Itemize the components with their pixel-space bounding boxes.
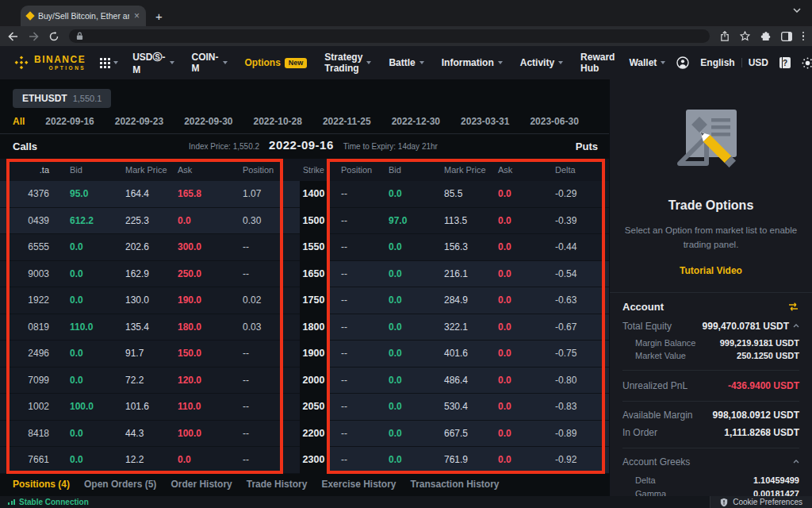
put-ask[interactable]: 0.0 [498, 421, 553, 448]
call-ask[interactable]: 120.0 [178, 368, 243, 394]
binance-options-logo[interactable]: BINANCE OPTIONS [13, 54, 86, 71]
call-ask[interactable]: 180.0 [178, 314, 243, 341]
symbol-selector[interactable]: ETHUSDT 1,550.1 [13, 89, 111, 108]
call-bid[interactable]: 0.0 [49, 261, 125, 288]
address-bar[interactable] [69, 29, 710, 43]
chevron-up-icon[interactable] [793, 460, 799, 464]
currency-selector[interactable]: USD [749, 57, 768, 68]
option-chain-row[interactable]: 9003 0.0 162.9 250.0 -- 1650 -- 0.0 216.… [0, 261, 609, 288]
call-bid[interactable]: 0.0 [49, 447, 125, 474]
reload-icon[interactable] [49, 32, 59, 41]
call-ask[interactable]: 250.0 [178, 261, 243, 288]
tutorial-video-link[interactable]: Tutorial Video [610, 265, 812, 276]
browser-menu-icon[interactable] [802, 32, 805, 41]
put-ask[interactable]: 0.0 [498, 234, 553, 261]
user-profile-icon[interactable] [676, 56, 689, 69]
call-ask[interactable]: 0.0 [178, 208, 243, 235]
language-selector[interactable]: English [700, 57, 734, 68]
orders-tab[interactable]: Exercise History [321, 479, 396, 490]
option-chain-row[interactable]: 7099 0.0 72.2 120.0 -- 2000 -- 0.0 486.4… [0, 368, 609, 394]
expiry-tab[interactable]: 2022-09-23 [115, 116, 163, 133]
call-bid[interactable]: 0.0 [49, 368, 125, 394]
expiry-tab[interactable]: 2022-11-25 [323, 116, 371, 133]
nav-menu-item[interactable]: Activity [520, 57, 563, 68]
chevron-up-icon[interactable] [793, 324, 799, 328]
put-bid[interactable]: 0.0 [375, 261, 423, 288]
support-icon[interactable] [779, 57, 791, 68]
put-ask[interactable]: 0.0 [498, 181, 553, 208]
bookmark-star-icon[interactable] [740, 31, 750, 41]
call-bid[interactable]: 110.0 [49, 314, 125, 341]
expiry-tab[interactable]: 2022-09-16 [45, 116, 94, 133]
put-ask[interactable]: 0.0 [498, 261, 553, 288]
browser-tab[interactable]: Buy/Sell Bitcoin, Ether and Alts × [21, 6, 146, 26]
nav-menu-item[interactable]: USDⓈ-M [132, 51, 174, 75]
option-chain-row[interactable]: 1002 100.0 101.6 110.0 -- 2050 -- 0.0 53… [0, 394, 609, 421]
nav-menu-item[interactable]: Reward Hub [580, 52, 615, 74]
nav-menu-item[interactable]: Strategy Trading [324, 52, 371, 74]
put-bid[interactable]: 0.0 [375, 287, 423, 314]
put-ask[interactable]: 0.0 [498, 287, 553, 314]
forward-icon[interactable] [29, 32, 39, 41]
put-bid[interactable]: 97.0 [375, 208, 423, 235]
put-ask[interactable]: 0.0 [498, 341, 553, 368]
side-panel-icon[interactable] [781, 32, 792, 41]
call-ask[interactable]: 150.0 [178, 341, 243, 368]
call-ask[interactable]: 100.0 [178, 421, 243, 448]
option-chain-row[interactable]: 0439 612.2 225.3 0.0 0.30 1500 -- 97.0 1… [0, 208, 609, 235]
expiry-tab[interactable]: 2022-09-30 [184, 116, 232, 133]
nav-menu-item[interactable]: COIN-M [192, 52, 228, 74]
extensions-puzzle-icon[interactable] [760, 31, 771, 41]
put-bid[interactable]: 0.0 [375, 368, 423, 394]
put-ask[interactable]: 0.0 [498, 314, 553, 341]
call-bid[interactable]: 100.0 [49, 394, 125, 421]
put-bid[interactable]: 0.0 [375, 447, 423, 474]
put-bid[interactable]: 0.0 [375, 421, 423, 448]
expiry-tab[interactable]: 2023-03-31 [461, 116, 509, 133]
nav-menu-item[interactable]: Options New [245, 57, 308, 68]
nav-menu-item[interactable]: Battle [389, 57, 423, 68]
cookie-preferences-button[interactable]: Cookie Preferences [710, 496, 812, 508]
option-chain-row[interactable]: 4376 95.0 164.4 165.8 1.07 1400 -- 0.0 8… [0, 181, 609, 208]
call-bid[interactable]: 0.0 [49, 341, 125, 368]
option-chain-row[interactable]: 1922 0.0 130.0 190.0 0.02 1750 -- 0.0 28… [0, 287, 609, 314]
orders-tab[interactable]: Transaction History [411, 479, 500, 490]
option-chain-row[interactable]: 7661 0.0 12.2 0.0 -- 2300 -- 0.0 761.9 0… [0, 447, 609, 474]
tab-close-icon[interactable]: × [134, 11, 140, 21]
put-bid[interactable]: 0.0 [375, 234, 423, 261]
call-bid[interactable]: 612.2 [49, 208, 125, 235]
option-chain-row[interactable]: 2496 0.0 91.7 150.0 -- 1900 -- 0.0 401.6… [0, 341, 609, 368]
put-bid[interactable]: 0.0 [375, 394, 423, 421]
share-icon[interactable] [720, 31, 730, 41]
put-ask[interactable]: 0.0 [498, 208, 553, 235]
put-bid[interactable]: 0.0 [375, 341, 423, 368]
call-bid[interactable]: 0.0 [49, 234, 125, 261]
call-ask[interactable]: 110.0 [178, 394, 243, 421]
expiry-tab[interactable]: 2022-12-30 [392, 116, 440, 133]
transfer-icon[interactable] [787, 302, 799, 311]
call-ask[interactable]: 165.8 [178, 181, 243, 208]
apps-menu-button[interactable] [100, 58, 118, 68]
orders-tab[interactable]: Positions (4) [13, 479, 70, 490]
option-chain-row[interactable]: 0819 110.0 135.4 180.0 0.03 1800 -- 0.0 … [0, 314, 609, 341]
theme-icon[interactable] [802, 57, 812, 69]
put-ask[interactable]: 0.0 [498, 447, 553, 474]
wallet-menu[interactable]: Wallet [629, 57, 665, 68]
call-ask[interactable]: 0.0 [178, 447, 243, 474]
orders-tab[interactable]: Order History [170, 479, 232, 490]
option-chain-row[interactable]: 8418 0.0 44.3 100.0 -- 2200 -- 0.0 667.5… [0, 421, 609, 448]
call-bid[interactable]: 95.0 [49, 181, 125, 208]
orders-tab[interactable]: Open Orders (5) [84, 479, 156, 490]
put-bid[interactable]: 0.0 [375, 181, 423, 208]
expiry-tab[interactable]: All [13, 116, 25, 133]
put-bid[interactable]: 0.0 [375, 314, 423, 341]
expiry-tab[interactable]: 2023-06-30 [530, 116, 578, 133]
call-ask[interactable]: 190.0 [178, 287, 243, 314]
put-ask[interactable]: 0.0 [498, 394, 553, 421]
tab-search-chevron-icon[interactable] [793, 8, 801, 13]
expiry-tab[interactable]: 2022-10-28 [254, 116, 302, 133]
new-tab-button[interactable]: + [155, 10, 163, 22]
call-ask[interactable]: 300.0 [178, 234, 243, 261]
call-bid[interactable]: 0.0 [49, 421, 125, 448]
option-chain-row[interactable]: 6555 0.0 202.6 300.0 -- 1550 -- 0.0 156.… [0, 234, 609, 261]
